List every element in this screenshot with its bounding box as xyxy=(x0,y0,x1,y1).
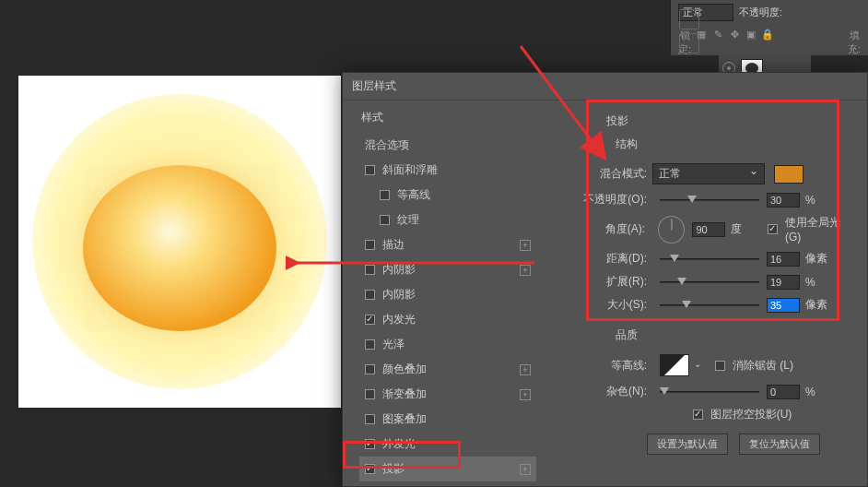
size-unit: 像素 xyxy=(805,297,833,313)
noise-unit: % xyxy=(805,386,833,398)
tool-icon-2[interactable] xyxy=(679,33,699,53)
opacity-unit: % xyxy=(805,194,833,207)
spread-label: 扩展(R): xyxy=(553,274,652,290)
shadow-color-swatch[interactable] xyxy=(774,165,803,184)
add-gradient-overlay-icon[interactable]: + xyxy=(520,389,531,400)
style-contour-sub[interactable]: 等高线 xyxy=(359,183,536,208)
antialias-label: 消除锯齿 (L) xyxy=(733,358,793,374)
style-texture-sub[interactable]: 纹理 xyxy=(359,208,536,232)
make-default-button[interactable]: 设置为默认值 xyxy=(647,434,728,455)
style-inner-shadow-1[interactable]: 内阴影+ xyxy=(359,257,536,282)
style-outer-glow[interactable]: 外发光 xyxy=(359,432,536,457)
opacity-slider[interactable] xyxy=(660,199,759,201)
size-slider[interactable] xyxy=(660,304,759,306)
layer-opacity-label: 不透明度: xyxy=(739,6,782,19)
quality-label: 品质 xyxy=(553,324,858,350)
global-light-label: 使用全局光 (G) xyxy=(785,215,858,244)
style-gradient-overlay[interactable]: 渐变叠加+ xyxy=(359,382,536,407)
blend-mode-label: 混合模式: xyxy=(553,166,652,182)
distance-label: 距离(D): xyxy=(553,251,652,267)
global-light-checkbox[interactable] xyxy=(768,224,778,234)
opacity-input[interactable] xyxy=(767,193,800,208)
lock-brush-icon[interactable]: ✎ xyxy=(711,29,724,42)
add-inner-shadow-icon[interactable]: + xyxy=(520,265,531,276)
dialog-title: 图层样式 xyxy=(343,73,867,101)
style-stroke[interactable]: 描边+ xyxy=(359,232,536,257)
blend-mode-select[interactable]: 正常 xyxy=(652,163,765,184)
style-drop-shadow[interactable]: 投影+ xyxy=(359,457,536,481)
size-input[interactable] xyxy=(767,298,800,313)
lock-artboard-icon[interactable]: ▣ xyxy=(745,29,757,42)
style-list-panel: 样式 混合选项 斜面和浮雕 等高线 纹理 描边+ 内阴影+ 内阴影 内发光 光泽… xyxy=(343,99,545,486)
sun-core-shape xyxy=(83,165,276,331)
noise-input[interactable] xyxy=(767,385,800,399)
style-color-overlay[interactable]: 颜色叠加+ xyxy=(359,357,536,382)
opacity-label: 不透明度(O): xyxy=(553,192,652,208)
structure-label: 结构 xyxy=(553,133,858,160)
style-bevel[interactable]: 斜面和浮雕 xyxy=(359,158,536,183)
add-drop-shadow-icon[interactable]: + xyxy=(520,464,531,475)
lock-move-icon[interactable]: ✥ xyxy=(728,29,741,42)
angle-label: 角度(A): xyxy=(553,221,651,237)
distance-slider[interactable] xyxy=(660,258,759,260)
knockout-label: 图层挖空投影(U) xyxy=(710,407,792,422)
distance-input[interactable] xyxy=(767,252,800,267)
lock-all-icon[interactable]: 🔒 xyxy=(761,29,774,42)
spread-slider[interactable] xyxy=(660,281,759,283)
angle-unit: 度 xyxy=(731,221,757,237)
style-inner-shadow-2[interactable]: 内阴影 xyxy=(359,282,536,307)
angle-input[interactable] xyxy=(692,222,725,237)
tool-icon-1[interactable] xyxy=(679,9,699,30)
tool-sidebar xyxy=(679,0,709,53)
blend-options-item[interactable]: 混合选项 xyxy=(359,133,536,158)
add-color-overlay-icon[interactable]: + xyxy=(520,364,531,375)
noise-slider[interactable] xyxy=(660,391,759,393)
noise-label: 杂色(N): xyxy=(553,384,652,399)
styles-header: 样式 xyxy=(359,110,536,125)
canvas-preview xyxy=(18,76,341,408)
style-pattern-overlay[interactable]: 图案叠加 xyxy=(359,407,536,432)
distance-unit: 像素 xyxy=(805,251,833,267)
size-label: 大小(S): xyxy=(553,297,652,313)
reset-default-button[interactable]: 复位为默认值 xyxy=(739,434,820,455)
antialias-checkbox[interactable] xyxy=(715,361,725,371)
fill-label: 填充: xyxy=(848,29,861,42)
spread-input[interactable] xyxy=(767,275,800,290)
add-stroke-icon[interactable]: + xyxy=(520,240,531,251)
spread-unit: % xyxy=(805,276,833,289)
knockout-checkbox[interactable] xyxy=(693,410,703,420)
layer-style-dialog: 图层样式 样式 混合选项 斜面和浮雕 等高线 纹理 描边+ 内阴影+ 内阴影 内… xyxy=(342,72,868,487)
section-title: 投影 xyxy=(553,110,858,133)
drop-shadow-settings: 投影 结构 混合模式: 正常 不透明度(O): % 角度(A): 度 使用全局光… xyxy=(545,99,867,486)
contour-label: 等高线: xyxy=(553,358,652,374)
angle-dial[interactable] xyxy=(658,216,685,244)
contour-picker[interactable] xyxy=(660,354,689,376)
style-satin[interactable]: 光泽 xyxy=(359,332,536,357)
style-inner-glow[interactable]: 内发光 xyxy=(359,307,536,332)
